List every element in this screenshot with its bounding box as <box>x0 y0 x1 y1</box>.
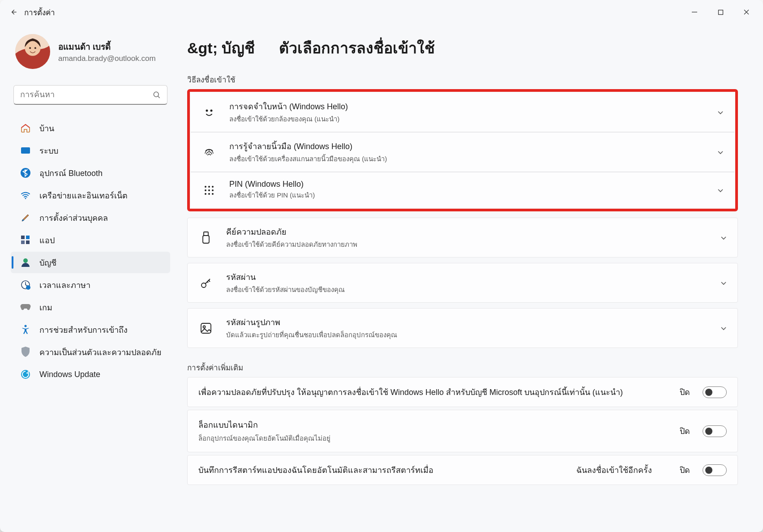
chevron-down-icon <box>716 148 724 156</box>
sidebar-item-label: แอป <box>39 234 55 247</box>
sidebar-item-label: บัญชี <box>39 256 56 269</box>
option-title: การจดจำใบหน้า (Windows Hello) <box>229 100 704 113</box>
toggle-switch[interactable] <box>703 464 727 476</box>
svg-point-25 <box>212 186 214 188</box>
sidebar-item-label: การตั้งค่าส่วนบุคคล <box>39 211 108 224</box>
option-sub: ลงชื่อเข้าใช้ด้วย PIN (แนะนำ) <box>229 190 704 201</box>
chevron-down-icon <box>720 234 728 242</box>
close-icon <box>743 9 750 15</box>
key-icon <box>198 275 214 291</box>
option-title: PIN (Windows Hello) <box>229 180 704 189</box>
toggle-state: ปิด <box>680 386 693 399</box>
svg-point-16 <box>23 258 28 263</box>
option-face-recognition[interactable]: การจดจำใบหน้า (Windows Hello) ลงชื่อเข้า… <box>191 93 734 132</box>
svg-point-22 <box>211 110 212 111</box>
svg-point-23 <box>205 186 206 188</box>
settings-window: การตั้งค่า <box>0 0 763 532</box>
page-title: ตัวเลือกการลงชื่อเข้าใช้ <box>279 36 435 60</box>
option-picture-password[interactable]: รหัสผ่านรูปภาพ บัดแล้วแตะรูปถ่ายที่คุณชื… <box>187 308 738 348</box>
close-button[interactable] <box>733 2 759 22</box>
gamepad-icon <box>20 301 31 313</box>
sidebar-item-label: Windows Update <box>39 370 100 379</box>
minimize-icon <box>691 9 698 15</box>
sidebar-item-apps[interactable]: แอป <box>11 229 170 251</box>
titlebar: การตั้งค่า <box>0 0 763 24</box>
chevron-down-icon <box>720 279 728 287</box>
search-icon <box>152 85 161 105</box>
user-card[interactable]: อแมนด้า เบรดี้ amanda.brady@outlook.com <box>11 32 170 74</box>
main-content: &gt; บัญชี ตัวเลือกการลงชื่อเข้าใช้ วิธี… <box>175 24 763 532</box>
svg-rect-33 <box>203 236 209 243</box>
svg-rect-35 <box>201 323 211 333</box>
svg-point-5 <box>34 47 36 49</box>
toggle-switch[interactable] <box>703 425 727 437</box>
sidebar-item-label: เวลาและภาษา <box>39 279 90 292</box>
user-email: amanda.brady@outlook.com <box>58 54 156 63</box>
clock-globe-icon <box>20 279 31 291</box>
option-sub: บัดแล้วแตะรูปถ่ายที่คุณชื่นชอบเพื่อปลดล็… <box>226 330 707 340</box>
update-icon <box>20 369 31 380</box>
sidebar-item-label: บ้าน <box>39 122 54 135</box>
option-title: รหัสผ่านรูปภาพ <box>226 316 707 329</box>
user-name: อแมนด้า เบรดี้ <box>58 40 156 53</box>
sidebar-item-label: เกม <box>39 301 52 314</box>
setting-mid: ฉันลงชื่อเข้าใช้อีกครั้ง <box>576 463 670 476</box>
sidebar-item-gaming[interactable]: เกม <box>11 296 170 318</box>
sidebar-item-time-language[interactable]: เวลาและภาษา <box>11 274 170 296</box>
option-sub: ลงชื่อเข้าใช้ด้วยกล้องของคุณ (แนะนำ) <box>229 114 704 124</box>
svg-point-21 <box>206 110 208 111</box>
maximize-icon <box>718 9 724 15</box>
setting-restart-apps: บันทึกการรีสตาร์ทแอปของฉันโดยอัตโนมัติแล… <box>187 455 738 485</box>
setting-dynamic-lock: ล็อกแบบไดนามิก ล็อกอุปกรณ์ของคุณโดยอัตโน… <box>187 410 738 452</box>
sidebar-item-label: เครือข่ายและอินเทอร์เน็ต <box>39 189 128 202</box>
setting-sub: ล็อกอุปกรณ์ของคุณโดยอัตโนมัติเมื่อคุณไม่… <box>198 433 670 444</box>
sidebar-item-home[interactable]: บ้าน <box>11 117 170 139</box>
sidebar-item-accounts[interactable]: บัญชี <box>11 252 170 273</box>
fingerprint-icon <box>201 145 217 160</box>
option-fingerprint[interactable]: การรู้จำลายนิ้วมือ (Windows Hello) ลงชื่… <box>191 132 734 172</box>
svg-point-29 <box>205 193 206 195</box>
sidebar-item-accessibility[interactable]: การช่วยสำหรับการเข้าถึง <box>11 319 170 340</box>
section-label-more: การตั้งค่าเพิ่มเติม <box>187 361 738 373</box>
option-pin[interactable]: PIN (Windows Hello) ลงชื่อเข้าใช้ด้วย PI… <box>191 172 734 208</box>
search-input[interactable] <box>13 85 167 105</box>
breadcrumb: &gt; บัญชี ตัวเลือกการลงชื่อเข้าใช้ <box>187 36 738 60</box>
usb-key-icon <box>198 230 214 245</box>
sidebar-item-bluetooth[interactable]: อุปกรณ์ Bluetooth <box>11 162 170 184</box>
option-sub: ลงชื่อเข้าใช้ด้วยคีย์ความปลอดภัยทางกายภา… <box>226 239 707 250</box>
section-label-signin: วิธีลงชื่อเข้าใช้ <box>187 73 738 86</box>
sidebar-item-personalization[interactable]: การตั้งค่าส่วนบุคคล <box>11 207 170 228</box>
pin-keypad-icon <box>201 183 217 198</box>
option-password[interactable]: รหัสผ่าน ลงชื่อเข้าใช้ด้วยรหัสผ่านของบัญ… <box>187 263 738 303</box>
option-title: การรู้จำลายนิ้วมือ (Windows Hello) <box>229 140 704 153</box>
sidebar-item-system[interactable]: ระบบ <box>11 140 170 161</box>
toggle-switch[interactable] <box>703 386 727 398</box>
svg-point-11 <box>25 198 26 199</box>
sidebar-item-label: การช่วยสำหรับการเข้าถึง <box>39 323 128 336</box>
sidebar-item-label: ความเป็นส่วนตัวและความปลอดภัย <box>39 346 162 359</box>
setting-title: ล็อกแบบไดนามิก <box>198 418 670 431</box>
app-title: การตั้งค่า <box>23 6 55 18</box>
breadcrumb-parent[interactable]: &gt; บัญชี <box>187 36 255 60</box>
svg-point-18 <box>26 285 30 290</box>
chevron-down-icon <box>716 186 724 194</box>
sidebar-item-privacy[interactable]: ความเป็นส่วนตัวและความปลอดภัย <box>11 341 170 363</box>
option-sub: ลงชื่อเข้าใช้ด้วยรหัสผ่านของบัญชีของคุณ <box>226 284 707 295</box>
svg-rect-12 <box>21 236 25 239</box>
sidebar-item-label: อุปกรณ์ Bluetooth <box>39 167 103 180</box>
back-button[interactable] <box>4 2 23 22</box>
sidebar-item-network[interactable]: เครือข่ายและอินเทอร์เน็ต <box>11 184 170 206</box>
paintbrush-icon <box>20 212 31 223</box>
minimize-button[interactable] <box>682 2 707 22</box>
maximize-button[interactable] <box>707 2 733 22</box>
setting-title: เพื่อความปลอดภัยที่ปรับปรุง ให้อนุญาตการ… <box>198 386 670 399</box>
svg-rect-32 <box>204 232 208 236</box>
setting-title: บันทึกการรีสตาร์ทแอปของฉันโดยอัตโนมัติแล… <box>198 463 566 476</box>
svg-point-27 <box>208 189 210 191</box>
toggle-state: ปิด <box>680 425 693 438</box>
wifi-icon <box>20 189 31 201</box>
sidebar-item-windows-update[interactable]: Windows Update <box>11 364 170 385</box>
chevron-down-icon <box>720 324 728 332</box>
option-security-key[interactable]: คีย์ความปลอดภัย ลงชื่อเข้าใช้ด้วยคีย์ควา… <box>187 218 738 257</box>
avatar <box>15 34 50 69</box>
